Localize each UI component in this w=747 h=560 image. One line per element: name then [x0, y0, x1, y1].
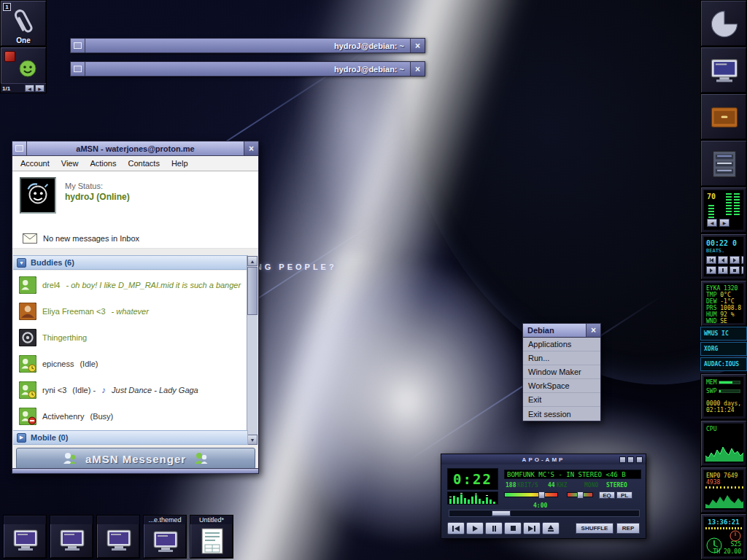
- menu-item-window-maker[interactable]: Window Maker: [523, 365, 600, 379]
- eject-button[interactable]: [741, 266, 744, 274]
- miniwindow-terminal[interactable]: [3, 515, 47, 559]
- buddy-row[interactable]: epicness (Idle): [13, 351, 248, 377]
- miniwindow-terminal[interactable]: [50, 515, 93, 559]
- seek-bar[interactable]: [449, 510, 640, 517]
- close-icon[interactable]: ×: [586, 324, 600, 337]
- mono-indicator: MONO: [584, 482, 598, 489]
- terminal-window-1-titlebar[interactable]: hydroJ@debian: ~ ×: [70, 38, 425, 53]
- menu-actions[interactable]: Actions: [85, 158, 121, 169]
- wmusic-strip[interactable]: WMUS IC: [700, 327, 747, 341]
- scrollbar-thumb[interactable]: [247, 267, 258, 315]
- miniwindow-terminal[interactable]: [96, 515, 140, 559]
- amsn-messenger-banner[interactable]: aMSN Messenger: [16, 448, 255, 470]
- play-button[interactable]: [466, 522, 484, 534]
- volume-slider[interactable]: [504, 492, 558, 497]
- prev-button[interactable]: [706, 256, 716, 264]
- menu-item-applications[interactable]: Applications: [523, 338, 600, 351]
- amsn-appicon[interactable]: 1/1 ◀ ▶: [0, 47, 47, 93]
- group-header-mobile[interactable]: ▶ Mobile (0): [13, 430, 248, 445]
- next-track-button[interactable]: [523, 522, 541, 534]
- dock-file-cabinet[interactable]: [700, 140, 747, 187]
- player-titlebar[interactable]: apo-amp: [441, 454, 646, 464]
- dock-tile-logo[interactable]: [700, 0, 747, 47]
- pause-button[interactable]: [485, 522, 503, 534]
- audacious-strip[interactable]: AUDAC:IOUS: [700, 357, 747, 371]
- buddy-row[interactable]: drel4 - oh boy! I like D_MP_RAI.mid it i…: [13, 272, 248, 298]
- inbox-row[interactable]: No new messages in Inbox: [12, 228, 258, 249]
- buddy-list-scrollbar[interactable]: ▲ ▼: [247, 256, 258, 445]
- buddy-name: Activehenry: [42, 412, 84, 421]
- dock-terminal-launcher[interactable]: [700, 47, 747, 93]
- group-header-buddies[interactable]: ▼ Buddies (6): [13, 255, 248, 270]
- buddy-song: Just Dance - Lady Gaga: [112, 386, 198, 394]
- play-button[interactable]: [706, 266, 716, 274]
- scroll-up-icon[interactable]: ▲: [247, 256, 258, 266]
- miniwindow-themed[interactable]: ...e.themed: [143, 515, 187, 559]
- pager-next-button[interactable]: ▶: [35, 85, 44, 92]
- shade-button[interactable]: [627, 456, 634, 463]
- group-collapse-icon[interactable]: ▼: [17, 258, 26, 268]
- volume-thumb[interactable]: [538, 491, 545, 499]
- menu-contacts[interactable]: Contacts: [123, 158, 164, 169]
- weather-value: 0°C: [720, 292, 730, 298]
- stop-button[interactable]: [729, 266, 740, 274]
- buddy-message: - oh boy! I like D_MP_RAI.mid it is such…: [66, 281, 241, 289]
- transport-controls: [447, 522, 560, 534]
- dock-drawer[interactable]: [700, 93, 747, 140]
- rewind-button[interactable]: [718, 256, 728, 264]
- menu-view[interactable]: View: [56, 158, 84, 169]
- previous-track-button[interactable]: [447, 522, 465, 534]
- pause-button[interactable]: [718, 266, 728, 274]
- scroll-down-icon[interactable]: ▼: [247, 435, 258, 445]
- menu-help[interactable]: Help: [166, 158, 193, 169]
- stop-button[interactable]: [504, 522, 522, 534]
- group-expand-icon[interactable]: ▶: [17, 433, 26, 443]
- terminal-window-2-titlebar[interactable]: hydroJ@debian: ~ ×: [70, 61, 425, 77]
- workspace-name: One: [1, 36, 46, 44]
- avatar[interactable]: [20, 177, 56, 214]
- vu-bars: [726, 193, 732, 215]
- window-menu-button[interactable]: [12, 141, 27, 155]
- equalizer-button[interactable]: EQ: [599, 491, 615, 499]
- close-icon[interactable]: ×: [410, 62, 425, 76]
- workspace-clip[interactable]: 1 One: [0, 0, 47, 47]
- my-status-value[interactable]: hydroJ (Online): [65, 192, 130, 202]
- menu-item-exit-session[interactable]: Exit session: [523, 407, 600, 421]
- forward-button[interactable]: [729, 256, 740, 264]
- menu-item-exit[interactable]: Exit: [523, 393, 600, 407]
- window-resize-bar[interactable]: [12, 468, 258, 473]
- buddy-row[interactable]: Thingerthing: [13, 324, 248, 351]
- close-icon[interactable]: ×: [410, 39, 425, 52]
- weather-key: HUM: [706, 311, 716, 318]
- mixer-next-channel-button[interactable]: ▶: [719, 219, 729, 227]
- close-button[interactable]: [636, 456, 643, 463]
- miniwindow-untitled-document[interactable]: Untitled*: [190, 515, 233, 559]
- eject-icon: [548, 530, 554, 532]
- close-icon[interactable]: ×: [244, 141, 258, 155]
- repeat-button[interactable]: REP: [616, 523, 640, 534]
- eject-button[interactable]: [542, 522, 560, 534]
- next-button[interactable]: [741, 256, 744, 264]
- amsn-titlebar[interactable]: aMSN - waterjones@proton.me ×: [12, 141, 258, 156]
- minimize-button[interactable]: [619, 456, 626, 463]
- menu-item-run[interactable]: Run...: [523, 351, 600, 365]
- pager-prev-button[interactable]: ◀: [25, 85, 34, 92]
- group-mobile-label: Mobile (0): [31, 433, 68, 442]
- balance-slider[interactable]: [567, 492, 593, 497]
- balance-thumb[interactable]: [577, 491, 584, 499]
- seek-thumb[interactable]: [492, 510, 511, 516]
- menu-titlebar[interactable]: Debian ×: [522, 323, 601, 338]
- playlist-button[interactable]: PL: [616, 491, 632, 499]
- buddy-row[interactable]: Activehenry (Busy): [13, 403, 248, 429]
- menu-item-workspace[interactable]: WorkSpace: [523, 379, 600, 393]
- window-menu-button[interactable]: [71, 39, 85, 52]
- xorg-strip[interactable]: XORG: [700, 342, 747, 356]
- mixer-prev-channel-button[interactable]: ◀: [707, 219, 717, 227]
- visualizer-panel[interactable]: [447, 491, 498, 505]
- volume-bar[interactable]: [708, 203, 714, 218]
- menu-account[interactable]: Account: [15, 158, 55, 169]
- shuffle-button[interactable]: SHUFFLE: [576, 523, 614, 534]
- window-menu-button[interactable]: [71, 62, 85, 76]
- buddy-row[interactable]: Eliya Freeman <3 - whatever: [13, 298, 248, 324]
- buddy-row[interactable]: ryni <3 (Idle) - ♪ Just Dance - Lady Gag…: [13, 377, 248, 403]
